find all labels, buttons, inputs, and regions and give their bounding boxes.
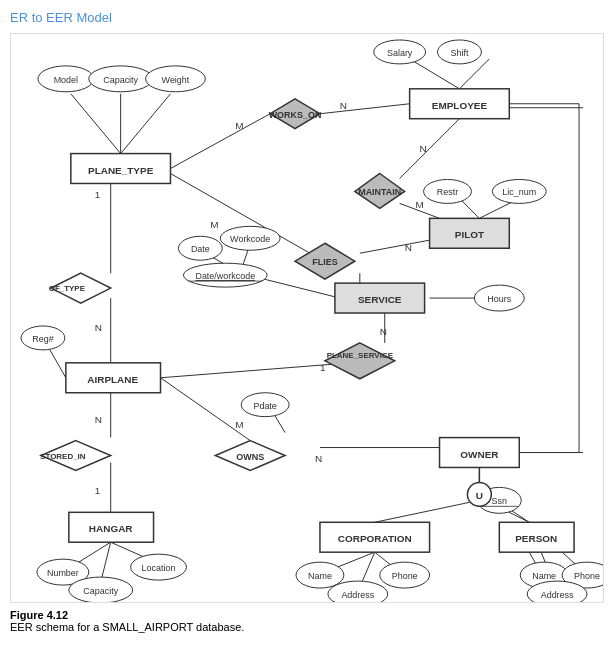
- svg-text:N: N: [420, 143, 427, 154]
- svg-text:OWNS: OWNS: [236, 452, 264, 462]
- svg-text:1: 1: [320, 362, 326, 373]
- svg-text:1: 1: [95, 485, 101, 496]
- svg-text:STORED_IN: STORED_IN: [40, 452, 86, 461]
- svg-text:OF_TYPE: OF_TYPE: [49, 284, 85, 293]
- svg-text:Date/workcode: Date/workcode: [195, 271, 255, 281]
- svg-text:AIRPLANE: AIRPLANE: [87, 374, 138, 385]
- svg-text:Workcode: Workcode: [230, 234, 270, 244]
- svg-text:1: 1: [95, 189, 101, 200]
- svg-text:Date: Date: [191, 244, 210, 254]
- svg-line-28: [161, 378, 261, 448]
- svg-text:Address: Address: [341, 590, 374, 600]
- svg-text:M: M: [416, 199, 424, 210]
- svg-text:N: N: [340, 100, 347, 111]
- svg-text:N: N: [95, 322, 102, 333]
- svg-text:MAINTAIN: MAINTAIN: [358, 187, 401, 197]
- svg-text:FLIES: FLIES: [312, 257, 337, 267]
- svg-line-11: [360, 238, 440, 253]
- svg-text:N: N: [405, 242, 412, 253]
- svg-text:Model: Model: [54, 75, 78, 85]
- svg-text:N: N: [95, 414, 102, 425]
- svg-text:EMPLOYEE: EMPLOYEE: [432, 100, 488, 111]
- svg-text:Ssn: Ssn: [492, 496, 507, 506]
- svg-text:WORKS_ON: WORKS_ON: [269, 110, 322, 120]
- svg-text:M: M: [235, 120, 243, 131]
- svg-text:OWNER: OWNER: [460, 449, 498, 460]
- svg-text:PILOT: PILOT: [455, 229, 484, 240]
- svg-text:Weight: Weight: [162, 75, 190, 85]
- svg-text:HANGAR: HANGAR: [89, 523, 133, 534]
- svg-text:Number: Number: [47, 568, 79, 578]
- svg-text:Lic_num: Lic_num: [502, 187, 536, 197]
- caption-text: EER schema for a SMALL_AIRPORT database.: [10, 621, 244, 633]
- svg-text:CORPORATION: CORPORATION: [338, 533, 412, 544]
- svg-text:M: M: [235, 419, 243, 430]
- svg-text:Pdate: Pdate: [253, 401, 276, 411]
- svg-text:SERVICE: SERVICE: [358, 294, 402, 305]
- svg-line-3: [170, 114, 270, 169]
- svg-line-2: [121, 94, 171, 154]
- svg-text:N: N: [380, 326, 387, 337]
- svg-text:Capacity: Capacity: [103, 75, 138, 85]
- figure-caption: Figure 4.12 EER schema for a SMALL_AIRPO…: [10, 609, 604, 633]
- svg-marker-87: [325, 343, 395, 379]
- svg-text:Location: Location: [142, 563, 176, 573]
- svg-line-7: [400, 119, 460, 179]
- svg-text:Address: Address: [541, 590, 574, 600]
- svg-line-32: [375, 502, 470, 522]
- svg-text:Salary: Salary: [387, 48, 413, 58]
- svg-line-0: [71, 94, 121, 154]
- svg-text:N: N: [315, 453, 322, 464]
- svg-text:PLANE_SERVICE: PLANE_SERVICE: [327, 351, 393, 360]
- svg-text:Phone: Phone: [574, 571, 600, 581]
- svg-text:Hours: Hours: [487, 294, 511, 304]
- svg-line-4: [320, 104, 410, 114]
- svg-text:Capacity: Capacity: [83, 586, 118, 596]
- svg-text:Restr: Restr: [437, 187, 458, 197]
- svg-line-27: [101, 542, 111, 582]
- svg-text:M: M: [210, 219, 218, 230]
- diagram-container: M N N M M N 1 N N 1 N 1 M N PLANE_TYPE E…: [10, 33, 604, 603]
- svg-text:U: U: [476, 490, 483, 501]
- svg-text:Name: Name: [308, 571, 332, 581]
- svg-text:PLANE_TYPE: PLANE_TYPE: [88, 165, 154, 176]
- svg-text:Phone: Phone: [392, 571, 418, 581]
- svg-text:PERSON: PERSON: [515, 533, 557, 544]
- page-title: ER to EER Model: [10, 10, 604, 25]
- svg-text:Name: Name: [532, 571, 556, 581]
- caption-title: Figure 4.12: [10, 609, 68, 621]
- svg-text:Reg#: Reg#: [32, 334, 53, 344]
- svg-text:Shift: Shift: [451, 48, 469, 58]
